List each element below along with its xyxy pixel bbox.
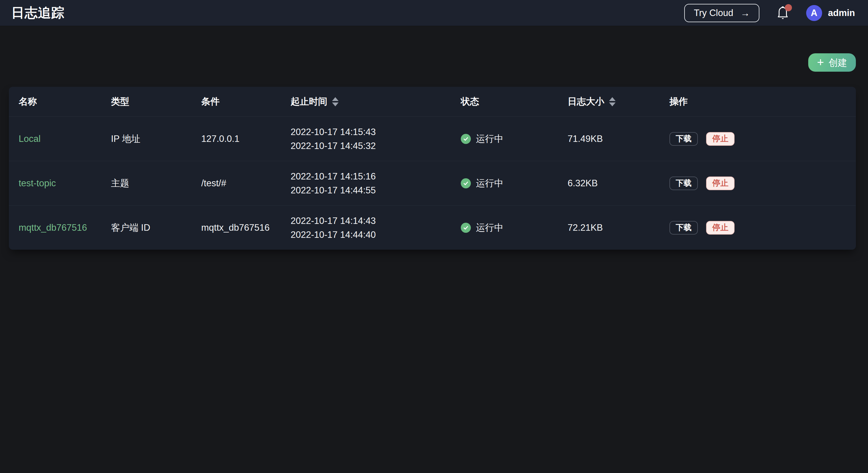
trace-actions-cell: 下载 停止 <box>670 132 856 146</box>
download-button[interactable]: 下载 <box>670 221 698 235</box>
log-trace-table: 名称类型条件起止时间状态日志大小操作 Local IP 地址 127.0.0.1… <box>9 87 856 250</box>
column-header: 起止时间 <box>290 95 461 108</box>
column-label: 日志大小 <box>568 95 604 108</box>
status-running-icon <box>461 223 471 233</box>
trace-size-cell: 6.32KB <box>568 178 670 189</box>
column-header: 日志大小 <box>568 95 670 108</box>
header-right-cluster: Try Cloud → A admin <box>684 4 855 22</box>
column-label: 名称 <box>19 95 37 108</box>
trace-condition-cell: /test/# <box>201 178 290 189</box>
trace-condition-cell: 127.0.0.1 <box>201 134 290 144</box>
table-header-row: 名称类型条件起止时间状态日志大小操作 <box>9 87 856 116</box>
column-header: 状态 <box>461 95 568 108</box>
column-label: 操作 <box>670 95 688 108</box>
trace-end-time: 2022-10-17 14:44:55 <box>290 183 461 197</box>
create-button-label: 创建 <box>829 58 847 67</box>
sort-icon[interactable] <box>332 97 339 106</box>
download-button[interactable]: 下载 <box>670 177 698 190</box>
status-running-icon <box>461 178 471 188</box>
main-content: + 创建 名称类型条件起止时间状态日志大小操作 Local IP 地址 127.… <box>0 26 868 250</box>
toolbar: + 创建 <box>0 53 868 72</box>
table-row: test-topic 主题 /test/# 2022-10-17 14:15:1… <box>9 161 856 205</box>
sort-icon[interactable] <box>609 97 616 106</box>
user-menu[interactable]: A admin <box>806 5 855 21</box>
column-label: 起止时间 <box>290 95 327 108</box>
trace-name-cell: test-topic <box>19 178 111 189</box>
trace-size-cell: 71.49KB <box>568 134 670 144</box>
trace-type-cell: 客户端 ID <box>111 221 201 234</box>
column-header: 名称 <box>19 95 111 108</box>
avatar: A <box>806 5 822 21</box>
status-label: 运行中 <box>476 177 503 189</box>
column-label: 类型 <box>111 95 129 108</box>
arrow-right-icon: → <box>740 8 750 18</box>
trace-name-link[interactable]: test-topic <box>19 178 56 188</box>
trace-status-cell: 运行中 <box>461 177 568 189</box>
stop-button[interactable]: 停止 <box>706 132 735 146</box>
trace-start-time: 2022-10-17 14:14:43 <box>290 214 461 228</box>
trace-name-cell: mqttx_db767516 <box>19 223 111 233</box>
trace-condition-cell: mqttx_db767516 <box>201 223 290 233</box>
trace-start-time: 2022-10-17 14:15:16 <box>290 170 461 183</box>
status-label: 运行中 <box>476 133 503 145</box>
trace-time-cell: 2022-10-17 14:15:16 2022-10-17 14:44:55 <box>290 170 461 197</box>
trace-status-cell: 运行中 <box>461 221 568 234</box>
notification-badge <box>785 4 792 11</box>
trace-name-link[interactable]: Local <box>19 134 40 144</box>
trace-type-cell: IP 地址 <box>111 133 201 145</box>
download-button[interactable]: 下载 <box>670 132 698 146</box>
username-label: admin <box>828 8 855 18</box>
column-label: 状态 <box>461 95 479 108</box>
table-row: mqttx_db767516 客户端 ID mqttx_db767516 202… <box>9 205 856 250</box>
plus-icon: + <box>817 56 824 68</box>
stop-button[interactable]: 停止 <box>706 177 735 190</box>
trace-name-link[interactable]: mqttx_db767516 <box>19 223 87 233</box>
trace-actions-cell: 下载 停止 <box>670 177 856 190</box>
app-header: 日志追踪 Try Cloud → A admin <box>0 0 868 26</box>
notification-bell-icon[interactable] <box>775 5 790 21</box>
table-body: Local IP 地址 127.0.0.1 2022-10-17 14:15:4… <box>9 116 856 250</box>
column-header: 类型 <box>111 95 201 108</box>
column-header: 操作 <box>670 95 856 108</box>
page-title: 日志追踪 <box>11 4 64 22</box>
try-cloud-label: Try Cloud <box>694 8 733 18</box>
trace-end-time: 2022-10-17 14:44:40 <box>290 228 461 242</box>
status-label: 运行中 <box>476 221 503 234</box>
column-header: 条件 <box>201 95 290 108</box>
create-button[interactable]: + 创建 <box>808 53 856 72</box>
trace-type-cell: 主题 <box>111 177 201 189</box>
trace-start-time: 2022-10-17 14:15:43 <box>290 125 461 139</box>
stop-button[interactable]: 停止 <box>706 221 735 235</box>
trace-time-cell: 2022-10-17 14:14:43 2022-10-17 14:44:40 <box>290 214 461 242</box>
trace-end-time: 2022-10-17 14:45:32 <box>290 139 461 153</box>
trace-actions-cell: 下载 停止 <box>670 221 856 235</box>
column-label: 条件 <box>201 95 220 108</box>
trace-time-cell: 2022-10-17 14:15:43 2022-10-17 14:45:32 <box>290 125 461 153</box>
table-row: Local IP 地址 127.0.0.1 2022-10-17 14:15:4… <box>9 116 856 161</box>
trace-status-cell: 运行中 <box>461 133 568 145</box>
trace-name-cell: Local <box>19 134 111 144</box>
trace-size-cell: 72.21KB <box>568 223 670 233</box>
try-cloud-button[interactable]: Try Cloud → <box>684 4 759 22</box>
status-running-icon <box>461 134 471 144</box>
